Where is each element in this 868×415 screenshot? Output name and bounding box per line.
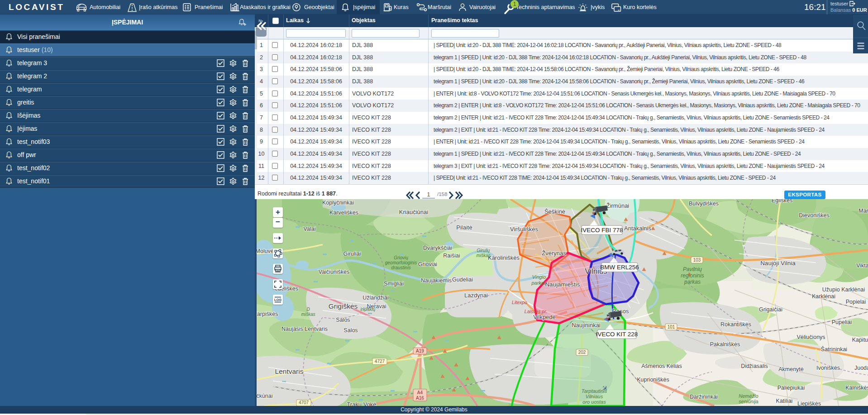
svg-text:Naujininkai: Naujininkai [572,322,601,329]
svg-text:Kriaučiūnai: Kriaučiūnai [399,209,428,215]
svg-text:miškas: miškas [301,312,315,317]
svg-text:Katiliai: Katiliai [776,398,793,404]
svg-text:Raišiai: Raišiai [443,253,460,259]
svg-text:Karoliniškės: Karoliniškės [488,254,520,261]
svg-text:ačkūnai: ačkūnai [255,393,273,399]
svg-text:Naujakiemis: Naujakiemis [421,277,452,284]
svg-text:Užupio Karklėnai: Užupio Karklėnai [822,286,865,293]
svg-text:Naujamiestis: Naujamiestis [545,281,580,288]
svg-text:A16: A16 [416,396,424,401]
svg-text:Šatrininkai: Šatrininkai [821,346,847,353]
svg-text:Viršuliškės: Viršuliškės [510,226,538,233]
svg-text:Kalniškės: Kalniškės [845,385,868,391]
svg-text:Paliepiukai: Paliepiukai [777,385,805,391]
svg-text:Tarptautinis: Tarptautinis [582,388,607,394]
svg-text:Lentvaris: Lentvaris [275,367,304,375]
svg-text:Smigliai: Smigliai [384,281,404,287]
svg-text:Juoda: Juoda [854,365,868,371]
svg-text:Valai: Valai [304,226,316,232]
svg-text:Liepiškės: Liepiškės [797,401,821,406]
svg-text:BMW ERL256: BMW ERL256 [600,264,639,271]
svg-text:Vaičiūniškės: Vaičiūniškės [319,269,349,275]
svg-text:103: 103 [693,258,701,262]
svg-text:Daržininkai: Daržininkai [690,394,718,400]
svg-text:Šeškinė: Šeškinė [544,208,565,215]
svg-text:A19: A19 [416,348,424,353]
svg-text:Vėliučionys: Vėliučionys [796,334,825,340]
svg-text:Žvėrynas: Žvėrynas [542,250,566,257]
svg-text:A4: A4 [417,390,423,395]
svg-text:seniūnija: seniūnija [739,399,758,404]
svg-text:miškas: miškas [476,253,490,258]
svg-text:Antakalnis: Antakalnis [624,225,651,232]
svg-text:Salos: Salos [336,317,350,323]
svg-text:parkas: parkas [684,279,701,285]
svg-text:Naujoji Vilnia: Naujoji Vilnia [760,260,796,267]
svg-text:Kuprioniškės: Kuprioniškės [637,377,669,383]
svg-text:Rokantiškės: Rokantiškės [720,321,751,328]
svg-text:Grioviai: Grioviai [418,261,437,267]
svg-text:Nemėžio: Nemėžio [739,393,758,399]
svg-text:202: 202 [578,350,586,355]
svg-text:regioninis: regioninis [681,272,704,279]
svg-text:Žirmūnai: Žirmūnai [606,202,630,209]
svg-text:Girulių: Girulių [477,248,490,253]
svg-text:Pupeliai: Pupeliai [832,319,852,325]
svg-text:parkas: parkas [531,280,546,286]
svg-text:Karpiškės: Karpiškės [255,311,278,317]
svg-text:Pavilnių: Pavilnių [683,266,702,272]
svg-text:4727: 4727 [375,359,385,364]
svg-text:Karklėnai: Karklėnai [812,293,835,300]
svg-text:Dvarykščiai: Dvarykščiai [423,245,452,251]
svg-text:Mar: Mar [858,208,868,214]
svg-text:Viktar: Viktar [856,262,868,269]
svg-text:Egliškės: Egliškės [772,199,793,204]
svg-text:Salos: Salos [343,327,358,334]
svg-text:Naujasis Lentvaris: Naujasis Lentvaris [281,326,328,332]
svg-text:Pilaitė: Pilaitė [456,224,472,231]
svg-text:Dievoniškės: Dievoniškės [799,212,829,219]
svg-text:Trakų Vokė: Trakų Vokė [347,401,376,406]
svg-text:Užlandžiai: Užlandžiai [362,295,389,301]
svg-text:geomorfologinis: geomorfologinis [385,260,417,265]
svg-text:Lazdynai: Lazdynai [464,292,488,299]
svg-text:Vilkpedė: Vilkpedė [533,314,556,320]
svg-text:Vilniaus: Vilniaus [586,394,603,399]
svg-text:Koplyčninkai: Koplyčninkai [322,200,354,206]
svg-text:Giruliai: Giruliai [343,251,361,257]
svg-text:draustinis: draustinis [391,265,411,270]
svg-text:IVECO FBI 778: IVECO FBI 778 [581,227,623,234]
svg-text:Karveliškės: Karveliškės [329,210,358,216]
svg-text:Bulvydiškės: Bulvydiškės [689,200,719,207]
svg-text:Laisvės pr.: Laisvės pr. [525,309,547,314]
svg-text:oro uostas: oro uostas [582,399,606,405]
svg-text:Popielai: Popielai [846,299,866,305]
svg-text:Litexpo: Litexpo [512,300,527,305]
svg-text:IVECO KIT 228: IVECO KIT 228 [596,331,638,338]
svg-text:Didžiasalis: Didžiasalis [741,363,768,369]
svg-text:Grigaičiai: Grigaičiai [759,306,782,313]
svg-text:Akmenytė: Akmenytė [778,366,804,372]
svg-text:Pakalniškės: Pakalniškės [710,341,740,348]
svg-text:Grigiškės: Grigiškės [329,302,358,310]
svg-text:Gudeliai: Gudeliai [452,277,473,283]
svg-text:Ašmenos Kelias: Ašmenos Kelias [641,363,682,369]
svg-text:LOG: LOG [274,298,281,302]
svg-text:Ivoniškės: Ivoniškės [816,365,840,371]
svg-text:Kapitulšč: Kapitulšč [852,337,868,343]
svg-text:101: 101 [668,324,675,329]
svg-text:4707: 4707 [299,400,309,405]
svg-text:Vingio: Vingio [532,274,546,280]
svg-text:Griovių: Griovių [394,255,408,260]
